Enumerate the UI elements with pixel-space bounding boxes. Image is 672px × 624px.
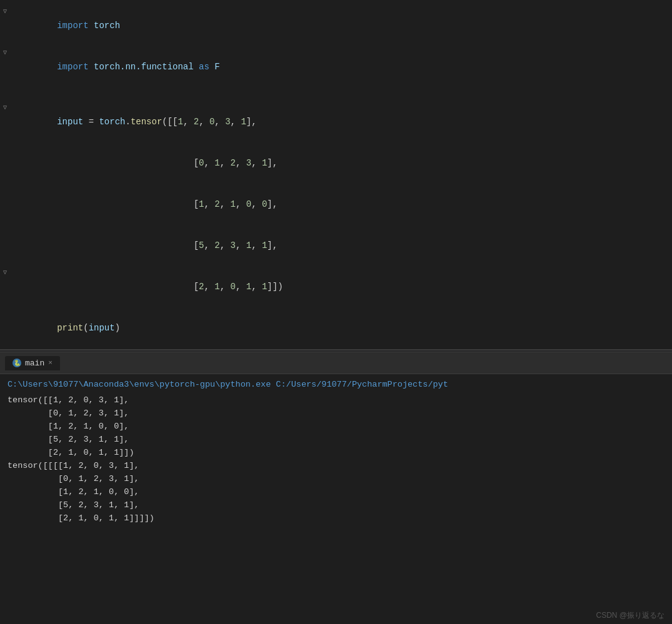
terminal-output-line: tensor([[1, 2, 0, 3, 1], [8,394,664,407]
code-line: ▽ import torch.nn.functional as F [0,46,672,87]
code-line: ▽ import torch [0,5,672,46]
line-content: [5, 2, 3, 1, 1], [10,225,672,266]
code-line: [1, 2, 1, 0, 0], [0,184,672,225]
line-content: [0, 1, 2, 3, 1], [10,142,672,184]
terminal-tab-main[interactable]: 🐍 main × [5,356,60,370]
alias: F [214,62,219,72]
code-line: ▽ input = torch.tensor([[1, 2, 0, 3, 1], [0,101,672,142]
code-line: print(input) [0,307,672,349]
terminal-output-line: [2, 1, 0, 1, 1]]) [8,446,664,459]
line-content: input = torch.tensor([[1, 2, 0, 3, 1], [10,101,672,142]
terminal-output-line: [1, 2, 1, 0, 0], [8,485,664,498]
terminal-tab-label: main [25,359,44,368]
terminal-output-line: [5, 2, 3, 1, 1], [8,433,664,446]
terminal-tab-bar: 🐍 main × [0,352,672,374]
code-line: # 卷积核 [0,349,672,350]
keyword: import [57,62,88,72]
keyword-as: as [199,62,209,72]
terminal-output-line: [2, 1, 0, 1, 1]]]]) [8,512,664,525]
keyword: import [57,21,88,31]
line-content: import torch.nn.functional as F [10,46,672,87]
code-line: [5, 2, 3, 1, 1], [0,225,672,266]
terminal-content: C:\Users\91077\Anaconda3\envs\pytorch-gp… [0,374,672,528]
var-input: input [57,117,83,127]
terminal-output-line: [0, 1, 2, 3, 1], [8,472,664,485]
terminal-output-line: [0, 1, 2, 3, 1], [8,407,664,420]
fold-gutter[interactable]: ▽ [0,5,10,19]
line-content: print(input) [10,307,672,349]
fn-tensor: tensor [131,117,162,127]
fn-torch: torch [99,117,125,127]
terminal-tab-close[interactable]: × [48,359,53,367]
line-content: [2, 1, 0, 1, 1]]) [10,266,672,307]
fn-print: print [57,323,83,333]
fold-gutter[interactable]: ▽ [0,46,10,60]
var-input-ref: input [89,323,115,333]
watermark: CSDN @振り返るな [596,610,664,621]
line-content: [1, 2, 1, 0, 0], [10,184,672,225]
terminal-output-line: tensor([[[[1, 2, 0, 3, 1], [8,459,664,472]
fold-gutter[interactable]: ▽ [0,101,10,115]
editor-pane: ▽ import torch ▽ import torch.nn.functio… [0,0,672,350]
terminal-pane: 🐍 main × C:\Users\91077\Anaconda3\envs\p… [0,352,672,624]
code-line: [0, 1, 2, 3, 1], [0,142,672,184]
code-container: ▽ import torch ▽ import torch.nn.functio… [0,0,672,350]
module-name: torch [94,21,120,31]
python-icon: 🐍 [13,359,21,367]
fold-gutter[interactable]: ▽ [0,266,10,280]
line-content: # 卷积核 [10,349,672,350]
module-name: torch.nn.functional [94,62,194,72]
terminal-output-line: [5, 2, 3, 1, 1], [8,498,664,512]
code-line: ▽ [2, 1, 0, 1, 1]]) [0,266,672,307]
empty-line [0,87,672,101]
line-content: import torch [10,5,672,46]
terminal-command-line: C:\Users\91077\Anaconda3\envs\pytorch-gp… [8,378,664,391]
terminal-output-line: [1, 2, 1, 0, 0], [8,420,664,433]
